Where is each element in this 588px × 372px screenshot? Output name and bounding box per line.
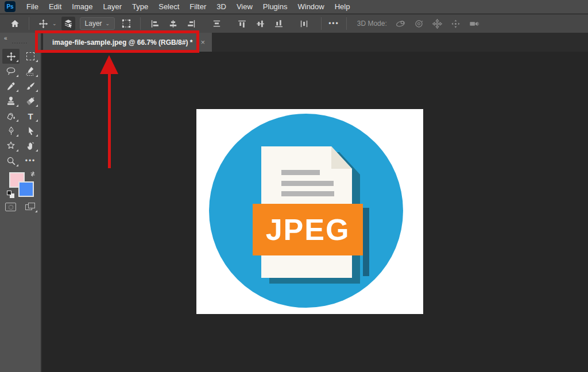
align-middle-icon[interactable] <box>253 17 267 30</box>
tools-grid: T ••• <box>2 49 39 168</box>
jpeg-banner: JPEG <box>253 204 363 255</box>
close-tab-icon[interactable]: × <box>200 38 205 46</box>
align-top-icon[interactable] <box>235 17 249 30</box>
tool-path-selection[interactable] <box>22 123 39 138</box>
tool-edit-toolbar[interactable]: ••• <box>22 153 39 168</box>
slide-3d-icon[interactable] <box>449 17 463 30</box>
camera-3d-icon[interactable] <box>467 17 481 30</box>
divider <box>29 17 29 30</box>
tool-pen[interactable] <box>2 123 20 138</box>
jpeg-badge-text: JPEG <box>266 212 350 247</box>
menu-edit[interactable]: Edit <box>44 0 67 14</box>
tool-zoom[interactable] <box>2 153 20 168</box>
more-options-icon[interactable]: ••• <box>328 20 339 28</box>
tool-move[interactable] <box>2 49 20 64</box>
panel-grip[interactable] <box>12 42 27 44</box>
tool-eyedropper[interactable] <box>2 79 20 94</box>
tool-hand[interactable] <box>22 138 39 153</box>
menu-select[interactable]: Select <box>153 0 184 14</box>
tool-eraser[interactable] <box>22 94 39 108</box>
background-color-swatch[interactable] <box>18 181 34 197</box>
menu-window[interactable]: Window <box>292 0 329 14</box>
chevron-down-icon[interactable]: ⌄ <box>52 21 57 26</box>
pan-3d-icon[interactable] <box>431 17 444 30</box>
default-colors-icon[interactable] <box>7 191 14 198</box>
menu-layer[interactable]: Layer <box>98 0 127 14</box>
canvas-area[interactable]: JPEG <box>42 52 588 372</box>
chevron-down-icon: ⌄ <box>106 21 110 26</box>
orbit-3d-icon[interactable] <box>394 17 408 30</box>
swap-colors-icon[interactable] <box>29 170 37 180</box>
align-left-icon[interactable] <box>148 17 161 30</box>
distribute-v-icon[interactable] <box>297 17 311 30</box>
menu-help[interactable]: Help <box>330 0 355 14</box>
type-tool-icon: T <box>28 111 33 121</box>
menu-view[interactable]: View <box>231 0 258 14</box>
transform-controls-icon[interactable] <box>119 17 133 30</box>
tool-object-selection[interactable] <box>22 64 39 79</box>
distribute-h-icon[interactable] <box>210 17 223 30</box>
layer-select-value: Layer <box>85 20 102 28</box>
menu-plugins[interactable]: Plugins <box>258 0 293 14</box>
align-center-h-icon[interactable] <box>166 17 180 30</box>
tool-paint-bucket[interactable] <box>2 108 20 123</box>
roll-3d-icon[interactable] <box>412 17 426 30</box>
photoshop-logo[interactable]: Ps <box>5 1 16 12</box>
annotation-highlight-rectangle <box>35 30 199 53</box>
menu-3d[interactable]: 3D <box>211 0 231 14</box>
align-bottom-icon[interactable] <box>272 17 285 30</box>
collapse-panel-icon[interactable]: « <box>4 35 7 41</box>
tool-clone-stamp[interactable] <box>2 94 20 108</box>
annotation-arrow-head <box>100 55 118 74</box>
3d-mode-label: 3D Mode: <box>357 20 387 28</box>
menu-file[interactable]: File <box>21 0 44 14</box>
edit-toolbar-icon: ••• <box>25 157 36 165</box>
align-right-icon[interactable] <box>184 17 198 30</box>
menu-type[interactable]: Type <box>127 0 153 14</box>
divider <box>140 17 141 30</box>
tools-panel: « T <box>0 33 42 372</box>
move-tool-icon[interactable] <box>36 17 50 30</box>
jpeg-banner-shadow <box>363 208 369 276</box>
menu-filter[interactable]: Filter <box>184 0 211 14</box>
tool-brush[interactable] <box>22 79 39 94</box>
open-image-document: JPEG <box>196 109 423 314</box>
tool-lasso[interactable] <box>2 64 20 79</box>
annotation-arrow-shaft <box>108 73 111 168</box>
divider <box>321 17 322 30</box>
home-icon[interactable] <box>8 17 22 30</box>
menu-bar: Ps File Edit Image Layer Type Select Fil… <box>0 0 588 14</box>
auto-select-layers-icon[interactable] <box>61 17 75 30</box>
screen-mode-icon[interactable] <box>25 203 36 211</box>
tool-type[interactable]: T <box>22 108 39 123</box>
layer-select[interactable]: Layer ⌄ <box>80 17 115 30</box>
menu-image[interactable]: Image <box>67 0 98 14</box>
marquee-icon <box>26 52 34 60</box>
tool-custom-shape[interactable] <box>2 138 20 153</box>
quick-mask-mode-icon[interactable] <box>5 203 16 211</box>
divider <box>346 17 347 30</box>
